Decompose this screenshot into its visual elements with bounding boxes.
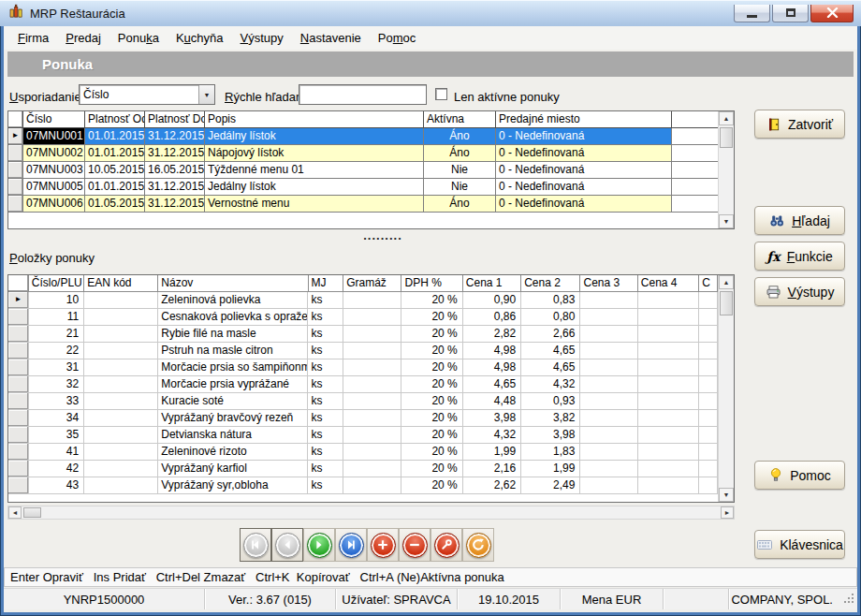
- table-cell: Cesnaková polievka s opraženým: [158, 309, 308, 325]
- close-window-button[interactable]: [810, 5, 854, 22]
- table-cell: 33: [29, 393, 84, 409]
- next-record-button[interactable]: [303, 528, 335, 562]
- table-cell: [638, 292, 699, 308]
- table-cell: 20 %: [401, 359, 462, 375]
- table-row[interactable]: 32Morčacie prsia vyprážanéks20 %4,654,32: [8, 376, 718, 393]
- table-cell: 20 %: [401, 461, 462, 477]
- edit-record-button[interactable]: [430, 528, 462, 562]
- menu-item[interactable]: Kuchyňa: [168, 28, 232, 48]
- help-label: Pomoc: [790, 468, 831, 483]
- functions-button[interactable]: ƒx Funkcie: [754, 242, 845, 271]
- table-cell: 07MNU003: [23, 162, 85, 178]
- keyboard-button[interactable]: Klávesnica: [754, 530, 845, 559]
- table-cell: Jedálny lístok: [205, 179, 424, 195]
- table-row[interactable]: ►07MNU00101.01.201531.12.2015Jedálny lís…: [8, 128, 718, 145]
- table-row[interactable]: 35Detvianska náturaks20 %4,323,98: [8, 427, 718, 444]
- table-cell: Morčacie prsia so šampiňonmi: [158, 359, 308, 375]
- table-cell: [699, 444, 718, 460]
- prior-record-icon: [275, 533, 300, 558]
- table-row[interactable]: 31Morčacie prsia so šampiňonmiks20 %4,98…: [8, 359, 718, 376]
- last-record-icon: [339, 533, 364, 558]
- menu-item[interactable]: Firma: [9, 28, 57, 48]
- offers-vertical-scrollbar[interactable]: ▲ ▼: [718, 111, 734, 228]
- quick-search-input[interactable]: [299, 84, 427, 105]
- edit-record-icon: [434, 533, 460, 558]
- last-record-button[interactable]: [335, 528, 367, 562]
- table-cell: Kuracie soté: [158, 393, 308, 409]
- table-cell: 20 %: [401, 326, 462, 342]
- table-row[interactable]: 22Pstruh na masle citronks20 %4,984,65: [8, 343, 718, 359]
- table-cell: 4,65: [463, 376, 521, 392]
- title-bar[interactable]: MRP Reštaurácia: [0, 0, 861, 26]
- menu-item[interactable]: Pomoc: [370, 28, 424, 48]
- restore-button[interactable]: [772, 5, 809, 22]
- table-row[interactable]: 34Vyprážaný bravčový rezeňks20 %3,983,82: [8, 410, 718, 427]
- table-cell: 11: [29, 309, 84, 325]
- table-cell: [84, 410, 158, 426]
- app-icon: [7, 4, 24, 22]
- table-cell: [343, 461, 401, 477]
- table-cell: 0 - Nedefinovaná: [496, 128, 672, 144]
- table-cell: [638, 326, 699, 342]
- scroll-down-icon[interactable]: ▼: [719, 214, 734, 228]
- scroll-down-icon[interactable]: ▼: [719, 488, 734, 502]
- close-form-button[interactable]: Zatvoriť: [754, 110, 845, 139]
- table-row[interactable]: 07MNU00601.05.201531.12.2015Vernostné me…: [8, 196, 718, 213]
- table-cell: 20 %: [401, 343, 462, 359]
- items-horizontal-scrollbar[interactable]: ◄ ►: [7, 506, 735, 520]
- table-cell: [638, 477, 699, 493]
- chevron-down-icon[interactable]: ▼: [198, 85, 214, 104]
- refresh-records-button[interactable]: [462, 528, 494, 562]
- status-panel: Ver.: 3.67 (015): [205, 589, 336, 609]
- active-only-checkbox[interactable]: [435, 88, 447, 100]
- items-vertical-scrollbar[interactable]: ▲ ▼: [718, 275, 734, 502]
- table-row[interactable]: 11Cesnaková polievka s opraženýmks20 %0,…: [8, 309, 718, 326]
- scroll-left-icon[interactable]: ◄: [8, 506, 22, 519]
- table-cell: 20 %: [401, 444, 462, 460]
- table-row[interactable]: 21Rybie filé na masleks20 %2,822,66: [8, 326, 718, 343]
- column-header: Gramáž: [343, 275, 401, 291]
- table-row[interactable]: 07MNU00310.05.201516.05.2015Týždenné men…: [8, 162, 718, 179]
- first-record-button[interactable]: [240, 528, 271, 562]
- scrollbar-thumb[interactable]: [720, 127, 733, 148]
- table-row[interactable]: 41Zeleninové rizotoks20 %1,991,83: [8, 444, 718, 461]
- resize-grip[interactable]: [843, 593, 855, 608]
- table-row[interactable]: 33Kuracie sotéks20 %4,480,93: [8, 393, 718, 410]
- delete-record-button[interactable]: [399, 528, 430, 562]
- menu-item[interactable]: Výstupy: [232, 28, 292, 48]
- delete-record-icon: [402, 533, 428, 558]
- scroll-right-icon[interactable]: ►: [721, 506, 734, 519]
- shortcut-hints-bar: Enter Opraviť Ins Pridať Ctrl+Del Zmazať…: [4, 567, 857, 587]
- table-row[interactable]: 07MNU00201.01.201531.12.2015Nápojový lís…: [8, 145, 718, 162]
- scrollbar-thumb[interactable]: [23, 507, 41, 518]
- table-row[interactable]: ►10Zeleninová polievkaks20 %0,900,83: [8, 292, 718, 309]
- insert-record-button[interactable]: [367, 528, 399, 562]
- help-button[interactable]: Pomoc: [754, 461, 845, 490]
- column-header: Cena 4: [638, 275, 699, 291]
- sort-dropdown[interactable]: Číslo ▼: [79, 84, 215, 105]
- row-marker-icon: [8, 393, 29, 409]
- table-row[interactable]: 07MNU00501.01.201531.12.2015Jedálny líst…: [8, 179, 718, 196]
- scroll-up-icon[interactable]: ▲: [719, 275, 734, 289]
- table-row[interactable]: 42Vyprážaný karfiolks20 %2,161,99: [8, 461, 718, 477]
- prior-record-button[interactable]: [271, 528, 303, 562]
- splitter-handle[interactable]: .........: [331, 228, 434, 242]
- menu-item[interactable]: Ponuka: [109, 28, 168, 48]
- table-cell: [699, 343, 718, 359]
- table-cell: [343, 376, 401, 392]
- table-row[interactable]: 43Vyprážaný syr,oblohaks20 %2,622,49: [8, 477, 718, 494]
- scrollbar-thumb[interactable]: [720, 291, 733, 315]
- table-cell: Áno: [424, 145, 496, 161]
- menu-item[interactable]: Predaj: [57, 28, 109, 48]
- table-cell: [343, 326, 401, 342]
- find-button[interactable]: Hľadaj: [754, 206, 845, 235]
- table-cell: [699, 359, 718, 375]
- status-panel: Mena EUR: [561, 589, 664, 609]
- table-cell: 0,80: [521, 309, 580, 325]
- scroll-up-icon[interactable]: ▲: [719, 111, 734, 125]
- table-cell: [84, 309, 158, 325]
- minimize-button[interactable]: [734, 5, 770, 22]
- outputs-button[interactable]: Výstupy: [754, 277, 845, 306]
- row-marker-icon: [8, 343, 29, 359]
- menu-item[interactable]: Nastavenie: [292, 28, 370, 48]
